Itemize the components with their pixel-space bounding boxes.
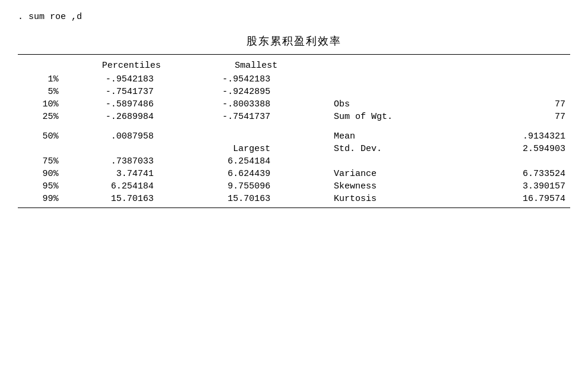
row-label: 95% — [18, 180, 65, 193]
row-gap — [282, 86, 329, 98]
table-row: 1%-.9542183-.9542183 — [18, 73, 570, 86]
row-smallest: 15.70163 — [166, 193, 282, 205]
header-gap — [282, 59, 329, 73]
row-percentile — [65, 143, 166, 155]
row-stat-value: .9134321 — [469, 130, 570, 143]
row-stat-value — [469, 86, 570, 98]
table-row: 10%-.5897486-.8003388Obs77 — [18, 98, 570, 111]
top-divider — [18, 54, 570, 55]
row-percentile: -.9542183 — [65, 73, 166, 86]
row-stat-label — [329, 155, 469, 168]
row-percentile: .0087958 — [65, 130, 166, 143]
row-smallest: -.7541737 — [166, 111, 282, 123]
row-smallest: -.8003388 — [166, 98, 282, 111]
bottom-divider — [18, 207, 570, 208]
table-title: 股东累积盈利效率 — [246, 35, 342, 47]
row-stat-value — [469, 73, 570, 86]
row-stat-value: 77 — [469, 111, 570, 123]
table-row — [18, 123, 570, 130]
row-gap — [282, 180, 329, 193]
header-smallest: Smallest — [166, 59, 282, 73]
table-row: 5%-.7541737-.9242895 — [18, 86, 570, 98]
table-header: Percentiles Smallest — [18, 59, 570, 73]
row-percentile: -.7541737 — [65, 86, 166, 98]
row-percentile: .7387033 — [65, 155, 166, 168]
row-stat-label: Obs — [329, 98, 469, 111]
row-gap — [282, 73, 329, 86]
row-stat-label: Variance — [329, 168, 469, 180]
row-gap — [282, 143, 329, 155]
row-percentile: 6.254184 — [65, 180, 166, 193]
header-stat-value — [469, 59, 570, 73]
row-stat-label: Skewness — [329, 180, 469, 193]
row-gap — [282, 155, 329, 168]
row-stat-label: Mean — [329, 130, 469, 143]
table-row: 75%.73870336.254184 — [18, 155, 570, 168]
row-percentile: -.5897486 — [65, 98, 166, 111]
row-percentile: -.2689984 — [65, 111, 166, 123]
row-stat-value — [469, 155, 570, 168]
row-label: 10% — [18, 98, 65, 111]
command-line: . sum roe ,d — [18, 12, 570, 22]
row-stat-value: 16.79574 — [469, 193, 570, 205]
table-row: 95%6.2541849.755096Skewness3.390157 — [18, 180, 570, 193]
table-row: LargestStd. Dev.2.594903 — [18, 143, 570, 155]
row-gap — [282, 193, 329, 205]
row-smallest: 6.624439 — [166, 168, 282, 180]
table-row: 50%.0087958Mean.9134321 — [18, 130, 570, 143]
row-label: 90% — [18, 168, 65, 180]
row-gap — [282, 111, 329, 123]
header-percentiles: Percentiles — [65, 59, 166, 73]
row-smallest: -.9242895 — [166, 86, 282, 98]
row-label: 25% — [18, 111, 65, 123]
row-label: 1% — [18, 73, 65, 86]
header-label-col — [18, 59, 65, 73]
row-label — [18, 143, 65, 155]
row-percentile: 15.70163 — [65, 193, 166, 205]
row-smallest: 6.254184 — [166, 155, 282, 168]
stats-table: Percentiles Smallest 1%-.9542183-.954218… — [18, 59, 570, 205]
row-label: 50% — [18, 130, 65, 143]
row-gap — [282, 98, 329, 111]
row-label: 5% — [18, 86, 65, 98]
row-stat-label: Kurtosis — [329, 193, 469, 205]
row-stat-label: Std. Dev. — [329, 143, 469, 155]
row-label: 99% — [18, 193, 65, 205]
row-gap — [282, 130, 329, 143]
table-row: 90%3.747416.624439Variance6.733524 — [18, 168, 570, 180]
row-smallest: 9.755096 — [166, 180, 282, 193]
row-label: 75% — [18, 155, 65, 168]
row-stat-label — [329, 73, 469, 86]
row-smallest: Largest — [166, 143, 282, 155]
table-row: 99%15.7016315.70163Kurtosis16.79574 — [18, 193, 570, 205]
table-row: 25%-.2689984-.7541737Sum of Wgt.77 — [18, 111, 570, 123]
row-stat-label — [329, 86, 469, 98]
row-percentile: 3.74741 — [65, 168, 166, 180]
header-stat-label — [329, 59, 469, 73]
row-smallest: -.9542183 — [166, 73, 282, 86]
row-stat-value: 6.733524 — [469, 168, 570, 180]
row-stat-label: Sum of Wgt. — [329, 111, 469, 123]
row-stat-value: 77 — [469, 98, 570, 111]
row-stat-value: 2.594903 — [469, 143, 570, 155]
row-smallest — [166, 130, 282, 143]
row-gap — [282, 168, 329, 180]
row-stat-value: 3.390157 — [469, 180, 570, 193]
